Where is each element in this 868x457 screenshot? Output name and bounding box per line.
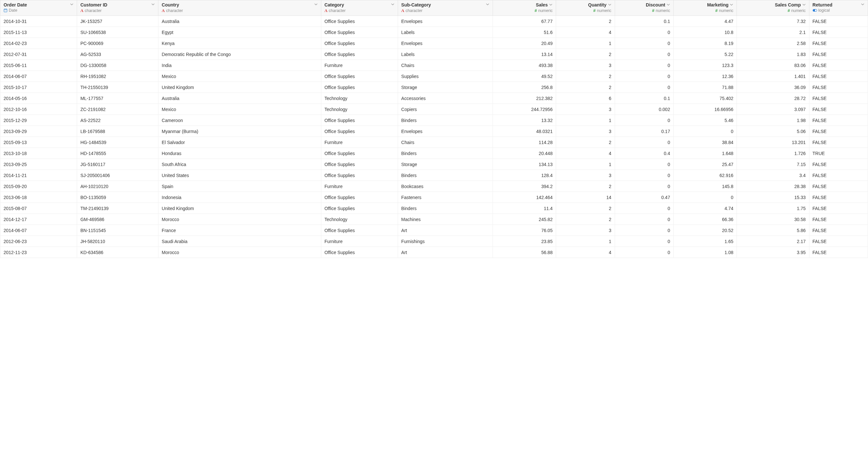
cell[interactable]: FALSE <box>809 126 868 137</box>
cell[interactable]: 0 <box>673 126 737 137</box>
cell[interactable]: 134.13 <box>493 159 556 170</box>
cell[interactable]: Copiers <box>398 104 493 115</box>
cell[interactable]: 4 <box>556 247 615 258</box>
cell[interactable]: Office Supplies <box>321 82 398 93</box>
cell[interactable]: 49.52 <box>493 71 556 82</box>
table-row[interactable]: 2014-10-31JK-153257AustraliaOffice Suppl… <box>0 16 868 27</box>
chevron-down-icon[interactable] <box>548 3 553 7</box>
cell[interactable]: 0 <box>615 71 673 82</box>
chevron-down-icon[interactable] <box>150 3 155 7</box>
cell[interactable]: TM-21490139 <box>77 203 158 214</box>
cell[interactable]: Office Supplies <box>321 170 398 181</box>
cell[interactable]: 2015-06-11 <box>0 60 77 71</box>
cell[interactable]: 30.58 <box>737 214 809 225</box>
cell[interactable]: 0 <box>615 115 673 126</box>
cell[interactable]: 38.84 <box>673 137 737 148</box>
cell[interactable]: FALSE <box>809 203 868 214</box>
column-header[interactable]: CountryAcharacter <box>158 0 321 16</box>
cell[interactable]: Envelopes <box>398 16 493 27</box>
cell[interactable]: Binders <box>398 148 493 159</box>
cell[interactable]: 4 <box>556 27 615 38</box>
cell[interactable]: 12.36 <box>673 71 737 82</box>
cell[interactable]: 1.08 <box>673 247 737 258</box>
cell[interactable]: Morocco <box>158 214 321 225</box>
cell[interactable]: FALSE <box>809 192 868 203</box>
cell[interactable]: 114.28 <box>493 137 556 148</box>
cell[interactable]: Office Supplies <box>321 159 398 170</box>
chevron-down-icon[interactable] <box>313 3 318 7</box>
cell[interactable]: FALSE <box>809 214 868 225</box>
cell[interactable]: 1.401 <box>737 71 809 82</box>
cell[interactable]: 62.916 <box>673 170 737 181</box>
cell[interactable]: JK-153257 <box>77 16 158 27</box>
table-row[interactable]: 2012-10-16ZC-2191082MexicoTechnologyCopi… <box>0 104 868 115</box>
cell[interactable]: AG-52533 <box>77 49 158 60</box>
cell[interactable]: 123.3 <box>673 60 737 71</box>
cell[interactable]: Binders <box>398 203 493 214</box>
cell[interactable]: FALSE <box>809 137 868 148</box>
table-row[interactable]: 2012-07-31AG-52533Democratic Republic of… <box>0 49 868 60</box>
table-row[interactable]: 2015-12-29AS-22522CameroonOffice Supplie… <box>0 115 868 126</box>
cell[interactable]: 2.58 <box>737 38 809 49</box>
cell[interactable]: Furniture <box>321 181 398 192</box>
cell[interactable]: 0.1 <box>615 93 673 104</box>
cell[interactable]: FALSE <box>809 38 868 49</box>
cell[interactable]: Office Supplies <box>321 148 398 159</box>
cell[interactable]: Technology <box>321 104 398 115</box>
cell[interactable]: 10.8 <box>673 27 737 38</box>
cell[interactable]: TH-21550139 <box>77 82 158 93</box>
cell[interactable]: 245.82 <box>493 214 556 225</box>
cell[interactable]: 1 <box>556 236 615 247</box>
cell[interactable]: 23.85 <box>493 236 556 247</box>
cell[interactable]: Furniture <box>321 60 398 71</box>
cell[interactable]: 0 <box>615 27 673 38</box>
chevron-down-icon[interactable] <box>485 3 489 7</box>
cell[interactable]: Technology <box>321 93 398 104</box>
column-header[interactable]: Returnedlogical <box>809 0 868 16</box>
cell[interactable]: LB-1679588 <box>77 126 158 137</box>
table-row[interactable]: 2015-09-13HG-1484539El SalvadorFurniture… <box>0 137 868 148</box>
cell[interactable]: 8.19 <box>673 38 737 49</box>
cell[interactable]: 5.86 <box>737 225 809 236</box>
cell[interactable]: Office Supplies <box>321 115 398 126</box>
cell[interactable]: ZC-2191082 <box>77 104 158 115</box>
cell[interactable]: Office Supplies <box>321 225 398 236</box>
chevron-down-icon[interactable] <box>607 3 612 7</box>
cell[interactable]: 6 <box>556 93 615 104</box>
column-header[interactable]: Marketing#numeric <box>673 0 737 16</box>
cell[interactable]: Democratic Republic of the Congo <box>158 49 321 60</box>
cell[interactable]: BN-1151545 <box>77 225 158 236</box>
cell[interactable]: SU-1066538 <box>77 27 158 38</box>
cell[interactable]: Australia <box>158 93 321 104</box>
cell[interactable]: TRUE <box>809 148 868 159</box>
cell[interactable]: 0 <box>615 181 673 192</box>
cell[interactable]: FALSE <box>809 225 868 236</box>
cell[interactable]: Morocco <box>158 247 321 258</box>
cell[interactable]: 0 <box>615 137 673 148</box>
cell[interactable]: FALSE <box>809 236 868 247</box>
cell[interactable]: 20.448 <box>493 148 556 159</box>
cell[interactable]: 1 <box>556 115 615 126</box>
cell[interactable]: Mexico <box>158 71 321 82</box>
cell[interactable]: Bookcases <box>398 181 493 192</box>
cell[interactable]: 3 <box>556 225 615 236</box>
cell[interactable]: JH-5820110 <box>77 236 158 247</box>
cell[interactable]: 142.464 <box>493 192 556 203</box>
cell[interactable]: 2015-08-07 <box>0 203 77 214</box>
cell[interactable]: BO-1135059 <box>77 192 158 203</box>
cell[interactable]: 20.52 <box>673 225 737 236</box>
cell[interactable]: 16.66956 <box>673 104 737 115</box>
cell[interactable]: Labels <box>398 49 493 60</box>
chevron-down-icon[interactable] <box>801 3 806 7</box>
cell[interactable]: United Kingdom <box>158 82 321 93</box>
cell[interactable]: 7.15 <box>737 159 809 170</box>
cell[interactable]: FALSE <box>809 16 868 27</box>
cell[interactable]: Myanmar (Burma) <box>158 126 321 137</box>
cell[interactable]: South Africa <box>158 159 321 170</box>
cell[interactable]: 5.46 <box>673 115 737 126</box>
cell[interactable]: 2013-09-25 <box>0 159 77 170</box>
table-row[interactable]: 2015-09-20AH-10210120SpainFurnitureBookc… <box>0 181 868 192</box>
cell[interactable]: 0 <box>673 192 737 203</box>
cell[interactable]: Machines <box>398 214 493 225</box>
cell[interactable]: 71.88 <box>673 82 737 93</box>
